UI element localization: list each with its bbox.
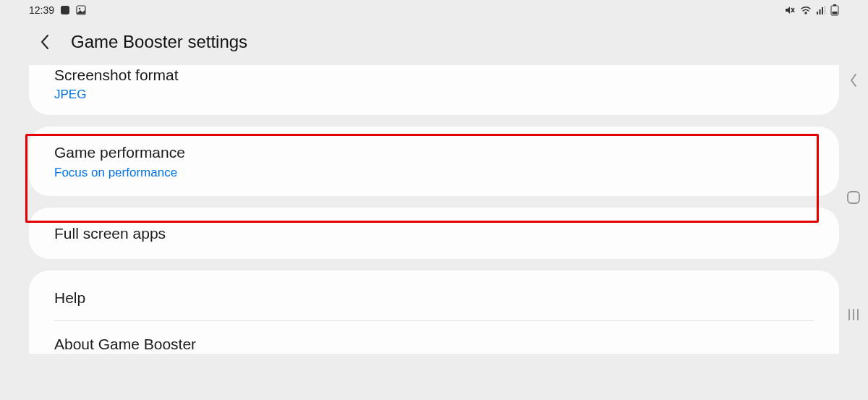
page-title: Game Booster settings — [71, 32, 247, 52]
item-title: Help — [54, 288, 814, 307]
game-performance-item[interactable]: Game performance Focus on performance — [29, 127, 839, 195]
mute-icon — [784, 5, 796, 15]
item-title: Game performance — [54, 142, 814, 162]
svg-point-2 — [79, 8, 80, 9]
svg-rect-6 — [820, 9, 821, 14]
wifi-icon — [800, 5, 812, 15]
nav-home-button[interactable] — [846, 190, 861, 205]
help-item[interactable]: Help — [54, 288, 814, 307]
header: Game Booster settings — [0, 20, 868, 65]
nav-recents-button[interactable] — [846, 307, 861, 323]
gallery-icon — [76, 5, 86, 15]
svg-rect-0 — [61, 6, 69, 14]
chevron-left-icon — [40, 34, 50, 50]
chevron-left-icon — [849, 72, 858, 88]
back-button[interactable] — [36, 33, 54, 51]
full-screen-apps-item[interactable]: Full screen apps — [29, 208, 839, 259]
status-bar-right — [784, 4, 839, 16]
item-subtitle: JPEG — [54, 88, 814, 102]
svg-rect-8 — [825, 6, 826, 14]
svg-rect-11 — [833, 12, 838, 14]
svg-rect-7 — [822, 7, 823, 14]
item-title: Screenshot format — [54, 65, 814, 85]
svg-rect-12 — [848, 192, 859, 203]
app-icon-1 — [60, 5, 70, 15]
status-bar: 12:39 — [0, 0, 868, 20]
status-time: 12:39 — [29, 4, 54, 16]
svg-rect-5 — [817, 12, 818, 14]
item-title: Full screen apps — [54, 224, 814, 243]
about-item[interactable]: About Game Booster — [54, 321, 814, 354]
screenshot-format-item[interactable]: Screenshot format JPEG — [29, 65, 839, 115]
nav-back-button[interactable] — [846, 72, 861, 88]
settings-list: Screenshot format JPEG Game performance … — [0, 65, 868, 354]
signal-icon — [816, 5, 826, 15]
nav-rail — [839, 72, 868, 323]
item-title: About Game Booster — [54, 334, 814, 354]
status-bar-left: 12:39 — [29, 4, 86, 16]
recents-icon — [847, 308, 860, 321]
home-icon — [846, 190, 861, 205]
battery-icon — [830, 4, 839, 16]
help-about-card: Help About Game Booster — [29, 271, 839, 354]
item-subtitle: Focus on performance — [54, 166, 814, 180]
